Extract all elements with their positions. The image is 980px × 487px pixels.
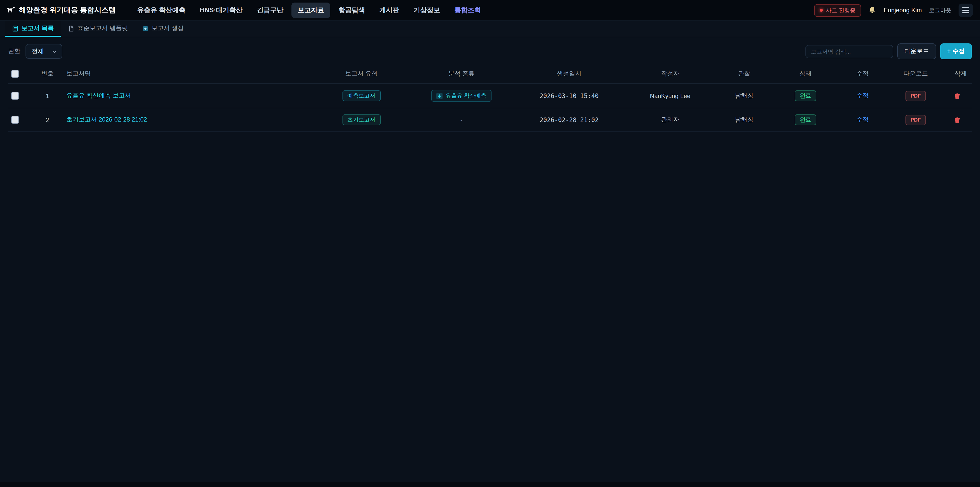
report-name-link[interactable]: 유출유 확산예측 보고서 — [66, 92, 131, 99]
header-no: 번호 — [32, 64, 63, 83]
header-author: 작성자 — [627, 64, 714, 83]
reports-table: 번호 보고서명 보고서 유형 분석 종류 생성일시 작성자 관할 상태 수정 다… — [8, 64, 972, 132]
toolbar-actions: 다운로드 + 수정 — [805, 43, 972, 59]
header-analysis-type: 분석 종류 — [411, 64, 511, 83]
header-report-type: 보고서 유형 — [311, 64, 411, 83]
created-at: 2026-03-10 15:40 — [539, 92, 598, 99]
pdf-download-badge[interactable]: PDF — [905, 91, 926, 101]
main-nav: 유출유 확산예측 HNS·대기확산 긴급구난 보고자료 항공탐색 게시판 기상정… — [131, 3, 487, 18]
report-type-badge: 예측보고서 — [342, 90, 380, 101]
bell-icon — [869, 6, 877, 14]
nav-item-oil-spill-prediction[interactable]: 유출유 확산예측 — [131, 3, 192, 18]
header-report-name: 보고서명 — [63, 64, 311, 83]
edit-link[interactable]: 수정 — [856, 116, 869, 123]
nav-item-hns-air-diffusion[interactable]: HNS·대기확산 — [194, 3, 249, 18]
pdf-download-badge[interactable]: PDF — [905, 115, 926, 125]
incident-status-label: 사고 진행중 — [826, 6, 856, 14]
jurisdiction: 남해청 — [714, 108, 775, 131]
create-report-icon — [142, 25, 148, 31]
analysis-type-empty: - — [460, 116, 463, 123]
delete-button[interactable] — [954, 93, 960, 99]
logout-button[interactable]: 로그아웃 — [929, 6, 951, 14]
nav-item-emergency-rescue[interactable]: 긴급구난 — [251, 3, 290, 18]
row-number: 1 — [32, 83, 63, 108]
header-status: 상태 — [775, 64, 836, 83]
report-type-badge: 초기보고서 — [342, 114, 380, 125]
table-row: 2 초기보고서 2026-02-28 21:02 초기보고서 - 2026-02… — [8, 108, 972, 131]
nav-item-integrated-search[interactable]: 통합조회 — [448, 3, 487, 18]
filter-toolbar: 관할 전체 다운로드 + 수정 — [0, 37, 980, 64]
author: NanKyung Lee — [627, 83, 714, 108]
table-row: 1 유출유 확산예측 보고서 예측보고서 유출유 확산예측 — [8, 83, 972, 108]
report-list-icon — [12, 25, 18, 31]
user-name: Eunjeong Kim — [884, 6, 922, 14]
nav-item-aerial-search[interactable]: 항공탐색 — [332, 3, 371, 18]
top-navbar: 해양환경 위기대응 통합시스템 유출유 확산예측 HNS·대기확산 긴급구난 보… — [0, 0, 980, 21]
hamburger-icon — [962, 7, 969, 8]
analysis-type-badge: 유출유 확산예측 — [431, 90, 492, 102]
report-search-input[interactable] — [805, 45, 893, 58]
tab-create-report-label: 보고서 생성 — [151, 24, 184, 33]
header-jurisdiction: 관할 — [714, 64, 775, 83]
select-all-checkbox[interactable] — [11, 70, 19, 78]
tab-create-report[interactable]: 보고서 생성 — [135, 21, 191, 37]
nav-item-reports[interactable]: 보고자료 — [291, 3, 330, 18]
created-at: 2026-02-28 21:02 — [539, 116, 598, 123]
author: 관리자 — [627, 108, 714, 131]
row-checkbox[interactable] — [11, 92, 19, 100]
status-badge: 완료 — [795, 90, 816, 101]
report-name-link[interactable]: 초기보고서 2026-02-28 21:02 — [66, 116, 147, 123]
row-checkbox[interactable] — [11, 116, 19, 124]
notifications-button[interactable] — [869, 6, 877, 14]
edit-link[interactable]: 수정 — [856, 92, 869, 99]
app-root: 해양환경 위기대응 통합시스템 유출유 확산예측 HNS·대기확산 긴급구난 보… — [0, 0, 980, 487]
brand-title: 해양환경 위기대응 통합시스템 — [19, 6, 116, 15]
template-document-icon — [68, 25, 74, 31]
wing-logo-icon — [7, 6, 15, 14]
page: 해양환경 위기대응 통합시스템 유출유 확산예측 HNS·대기확산 긴급구난 보… — [0, 0, 980, 487]
create-edit-button[interactable]: + 수정 — [940, 43, 972, 59]
header-download: 다운로드 — [889, 64, 942, 83]
navbar-right: 사고 진행중 Eunjeong Kim 로그아웃 — [814, 3, 973, 17]
header-edit: 수정 — [836, 64, 889, 83]
jurisdiction-select[interactable]: 전체 — [25, 44, 62, 59]
footer-strip — [0, 481, 980, 487]
table-header-row: 번호 보고서명 보고서 유형 분석 종류 생성일시 작성자 관할 상태 수정 다… — [8, 64, 972, 83]
jurisdiction-select-value: 전체 — [32, 47, 44, 56]
jurisdiction-filter-label: 관할 — [8, 47, 21, 56]
status-badge: 완료 — [795, 114, 816, 125]
analysis-type-label: 유출유 확산예측 — [445, 92, 487, 100]
tab-report-list-label: 보고서 목록 — [21, 24, 54, 33]
tab-standard-template[interactable]: 표준보고서 템플릿 — [61, 21, 135, 37]
trash-icon — [954, 93, 960, 99]
jurisdiction: 남해청 — [714, 83, 775, 108]
trash-icon — [954, 117, 960, 124]
header-created-at: 생성일시 — [511, 64, 627, 83]
download-button[interactable]: 다운로드 — [897, 43, 936, 59]
header-delete: 삭제 — [942, 64, 972, 83]
tab-standard-template-label: 표준보고서 템플릿 — [77, 24, 128, 33]
sub-tab-bar: 보고서 목록 표준보고서 템플릿 보고서 생성 — [0, 21, 980, 37]
row-number: 2 — [32, 108, 63, 131]
oil-spill-icon — [436, 93, 442, 99]
delete-button[interactable] — [954, 117, 960, 124]
nav-item-weather-info[interactable]: 기상정보 — [407, 3, 446, 18]
brand-logo[interactable]: 해양환경 위기대응 통합시스템 — [7, 6, 116, 15]
reports-table-container: 번호 보고서명 보고서 유형 분석 종류 생성일시 작성자 관할 상태 수정 다… — [0, 64, 980, 132]
incident-dot-icon — [820, 9, 823, 12]
nav-item-board[interactable]: 게시판 — [373, 3, 405, 18]
menu-button[interactable] — [959, 3, 973, 17]
chevron-down-icon — [52, 49, 57, 54]
incident-status-badge[interactable]: 사고 진행중 — [814, 4, 861, 17]
tab-report-list[interactable]: 보고서 목록 — [5, 21, 61, 37]
